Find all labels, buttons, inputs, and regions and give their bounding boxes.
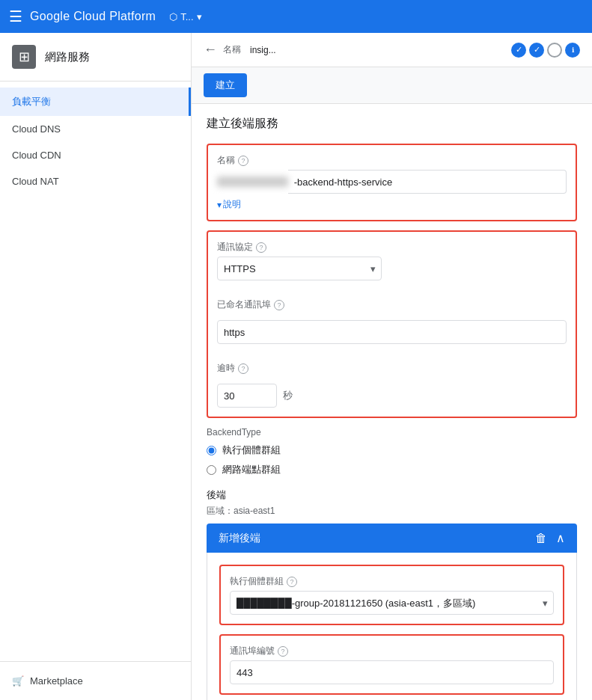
protocol-select[interactable]: HTTP HTTPS HTTP/2 TCP SSL [217, 257, 382, 280]
sidebar: ⊞ 網路服務 負載平衡 Cloud DNS Cloud CDN Cloud NA… [0, 33, 192, 700]
sidebar-item-load-balance[interactable]: 負載平衡 [0, 88, 191, 116]
backend-type-label: BackendType [207, 427, 577, 438]
sidebar-nav: 負載平衡 Cloud DNS Cloud CDN Cloud NAT [0, 82, 191, 661]
timeout-input[interactable] [217, 384, 277, 408]
protocol-select-wrapper: HTTP HTTPS HTTP/2 TCP SSL [217, 257, 382, 280]
name-section: 名稱 ? ▾ 說明 [207, 144, 577, 221]
name-column-label: 名稱 [223, 43, 241, 56]
step1-circle: ✓ [511, 43, 526, 58]
protocol-section: 通訊協定 ? HTTP HTTPS HTTP/2 TCP SSL 已命名通訊埠 … [207, 230, 577, 418]
name-column-value: insig... [250, 45, 276, 55]
instance-group-select[interactable]: ████████-group-20181121650 (asia-east1，多… [230, 591, 554, 615]
timeout-row: 秒 [217, 384, 567, 408]
build-button-top[interactable]: 建立 [204, 73, 247, 97]
menu-icon[interactable]: ☰ [9, 7, 22, 25]
step3-circle [547, 43, 562, 58]
name-redacted-prefix [217, 176, 288, 187]
port-help-icon[interactable]: ? [278, 646, 288, 657]
add-backend-card-title: 新增後端 [219, 532, 260, 545]
port-number-section: 通訊埠編號 ? [219, 634, 564, 695]
timeout-unit: 秒 [283, 389, 293, 402]
sidebar-item-marketplace[interactable]: 🛒 Marketplace [0, 668, 191, 694]
region-label: 區域：asia-east1 [207, 505, 577, 518]
radio-network-endpoint-input[interactable] [207, 465, 216, 475]
radio-instance-group-input[interactable] [207, 446, 216, 455]
app-title: Google Cloud Platform [30, 10, 156, 23]
main-layout: ⊞ 網路服務 負載平衡 Cloud DNS Cloud CDN Cloud NA… [0, 33, 592, 700]
instance-group-label: 執行個體群組 ? [230, 575, 554, 588]
marketplace-icon: 🛒 [12, 675, 24, 687]
named-port-help-icon[interactable]: ? [274, 300, 284, 310]
backend-section: 後端 區域：asia-east1 新增後端 🗑 ∧ [207, 488, 577, 700]
network-services-icon: ⊞ [12, 45, 36, 69]
project-selector[interactable]: ⬡ T... ▾ [169, 11, 201, 22]
collapse-description-link[interactable]: ▾ 說明 [217, 198, 567, 211]
radio-instance-group[interactable]: 執行個體群組 [207, 443, 577, 457]
blue-card-actions: 🗑 ∧ [535, 531, 565, 545]
sidebar-bottom: 🛒 Marketplace [0, 661, 191, 700]
backend-section-label: 後端 [207, 488, 577, 502]
port-number-input[interactable] [230, 660, 554, 684]
step4-circle: ℹ [565, 43, 580, 58]
sidebar-item-cloud-nat[interactable]: Cloud NAT [0, 168, 191, 194]
name-input[interactable] [288, 170, 567, 194]
back-header: ← 名稱 insig... ✓ ✓ ℹ [192, 33, 592, 67]
backend-type-radio-group: 執行個體群組 網路端點群組 [207, 443, 577, 476]
sidebar-item-cloud-cdn[interactable]: Cloud CDN [0, 142, 191, 168]
add-backend-card-body: 執行個體群組 ? ████████-group-20181121650 (asi… [207, 553, 577, 700]
collapse-backend-icon[interactable]: ∧ [556, 531, 565, 545]
port-number-label: 通訊埠編號 ? [230, 645, 554, 657]
name-help-icon[interactable]: ? [238, 156, 248, 166]
content-area: ← 名稱 insig... ✓ ✓ ℹ 建立 建立後端服務 名稱 ? [192, 33, 592, 700]
delete-backend-icon[interactable]: 🗑 [535, 532, 547, 545]
radio-network-endpoint[interactable]: 網路端點群組 [207, 463, 577, 476]
sidebar-item-cloud-dns[interactable]: Cloud DNS [0, 116, 191, 142]
back-button[interactable]: ← [204, 42, 217, 58]
form-container: 建立後端服務 名稱 ? ▾ 說明 通訊協定 [192, 104, 592, 700]
named-port-label: 已命名通訊埠 ? [217, 298, 567, 311]
sidebar-header: ⊞ 網路服務 [0, 33, 191, 82]
step2-circle: ✓ [529, 43, 544, 58]
instance-group-help-icon[interactable]: ? [287, 577, 297, 587]
instance-group-select-wrapper: ████████-group-20181121650 (asia-east1，多… [230, 591, 554, 615]
instance-group-section: 執行個體群組 ? ████████-group-20181121650 (asi… [219, 565, 564, 625]
named-port-input[interactable] [217, 320, 567, 344]
chevron-down-icon: ▾ [197, 11, 202, 22]
timeout-label: 逾時 ? [217, 362, 567, 375]
timeout-help-icon[interactable]: ? [238, 363, 248, 374]
protocol-label: 通訊協定 ? [217, 241, 567, 254]
form-title: 建立後端服務 [207, 116, 577, 132]
sidebar-title: 網路服務 [45, 50, 90, 64]
backend-type-section: BackendType 執行個體群組 網路端點群組 [207, 427, 577, 476]
add-backend-card-header: 新增後端 🗑 ∧ [207, 524, 577, 553]
protocol-help-icon[interactable]: ? [256, 242, 266, 253]
project-icon: ⬡ [169, 11, 177, 22]
topbar: ☰ Google Cloud Platform ⬡ T... ▾ [0, 0, 592, 33]
add-backend-card: 新增後端 🗑 ∧ 執行個體群組 ? [207, 524, 577, 700]
name-label: 名稱 ? [217, 154, 567, 167]
